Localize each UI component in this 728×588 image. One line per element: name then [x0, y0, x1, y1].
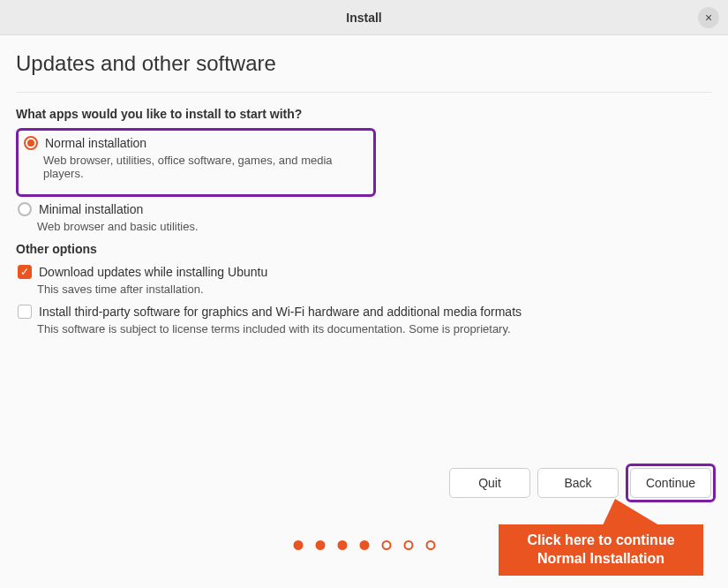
button-row: Quit Back Continue: [449, 464, 716, 502]
download-updates-option[interactable]: ✓ Download updates while installing Ubun…: [16, 265, 712, 279]
progress-dot: [381, 540, 391, 550]
progress-dot: [337, 540, 347, 550]
third-party-option[interactable]: Install third-party software for graphic…: [16, 305, 712, 319]
checkbox-icon: [18, 305, 32, 319]
radio-icon: [18, 202, 32, 216]
callout-line2: Normal Installation: [511, 550, 691, 569]
page-title: Updates and other software: [16, 51, 712, 93]
window-title: Install: [346, 11, 381, 25]
other-options-heading: Other options: [16, 242, 712, 256]
callout-line1: Click here to continue: [511, 531, 691, 550]
minimal-install-desc: Web browser and basic utilities.: [37, 220, 712, 233]
progress-dot: [315, 540, 325, 550]
radio-icon: [24, 136, 38, 150]
progress-dots: [293, 540, 435, 550]
quit-button[interactable]: Quit: [449, 468, 530, 498]
callout-arrow-icon: [603, 499, 659, 525]
progress-dot: [425, 540, 435, 550]
back-button[interactable]: Back: [537, 468, 619, 498]
progress-dot: [293, 540, 303, 550]
close-button[interactable]: ×: [698, 7, 719, 28]
checkbox-icon: ✓: [18, 265, 32, 279]
normal-install-option[interactable]: Normal installation: [22, 136, 370, 150]
download-updates-label: Download updates while installing Ubuntu: [39, 265, 267, 279]
third-party-label: Install third-party software for graphic…: [39, 305, 522, 319]
progress-dot: [403, 540, 413, 550]
progress-dot: [359, 540, 369, 550]
continue-button[interactable]: Continue: [630, 468, 711, 498]
minimal-install-label: Minimal installation: [39, 202, 143, 216]
annotation-callout: Click here to continue Normal Installati…: [499, 524, 703, 576]
close-icon: ×: [705, 11, 712, 25]
content-area: Updates and other software What apps wou…: [0, 35, 728, 335]
normal-install-highlight: Normal installation Web browser, utiliti…: [16, 128, 376, 197]
normal-install-desc: Web browser, utilities, office software,…: [43, 154, 370, 180]
apps-question: What apps would you like to install to s…: [16, 107, 712, 121]
titlebar: Install ×: [0, 0, 728, 35]
continue-highlight: Continue: [626, 464, 716, 502]
third-party-desc: This software is subject to license term…: [37, 322, 712, 335]
minimal-install-option[interactable]: Minimal installation: [16, 202, 712, 216]
download-updates-desc: This saves time after installation.: [37, 283, 712, 296]
normal-install-label: Normal installation: [45, 136, 146, 150]
